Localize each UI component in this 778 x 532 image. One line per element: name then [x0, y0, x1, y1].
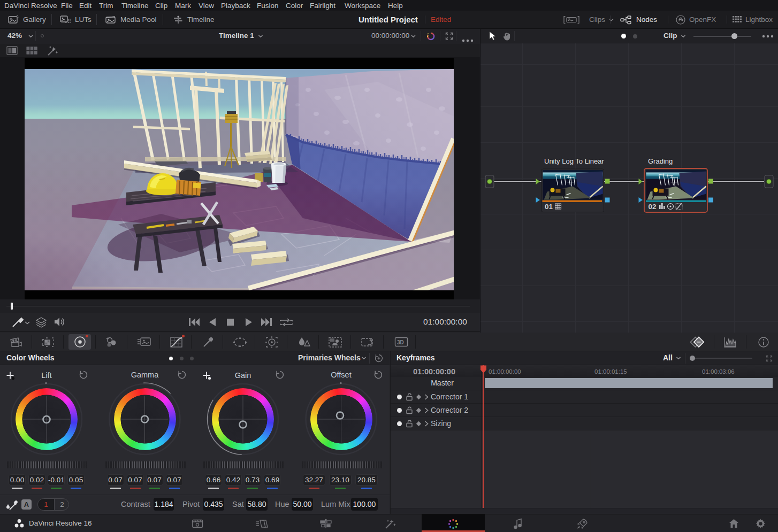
svg-text:02: 02	[649, 203, 657, 211]
svg-text:Unity Log To Linear: Unity Log To Linear	[544, 157, 604, 165]
svg-text:3D: 3D	[397, 340, 404, 345]
svg-text:01: 01	[545, 203, 553, 211]
svg-text:Grading: Grading	[648, 157, 673, 165]
